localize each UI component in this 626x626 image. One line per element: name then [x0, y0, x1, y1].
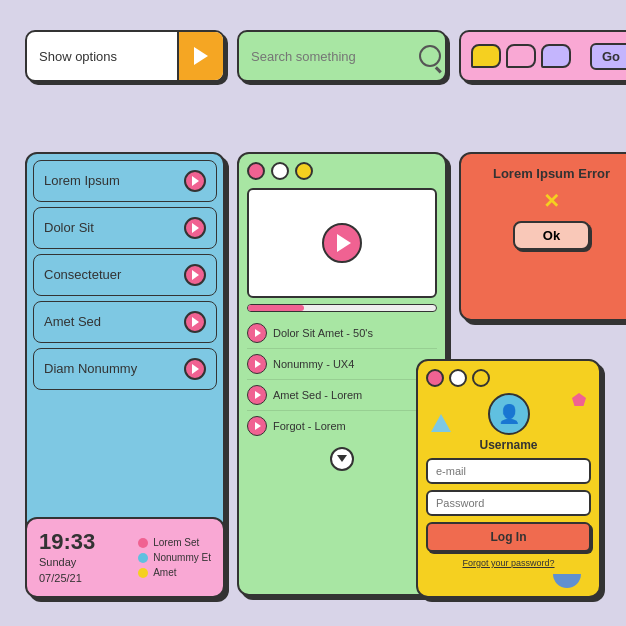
clock-day: Sunday: [39, 555, 95, 570]
menu-item[interactable]: Amet Sed: [33, 301, 217, 343]
legend-item: Nonummy Et: [138, 552, 211, 563]
menu-item[interactable]: Lorem Ipsum: [33, 160, 217, 202]
legend-item: Amet: [138, 567, 211, 578]
menu-item-label: Dolor Sit: [44, 220, 94, 235]
legend-dot: [138, 538, 148, 548]
clock-widget: 19:33 Sunday 07/25/21 Lorem Set Nonummy …: [25, 517, 225, 598]
playlist-item-label: Forgot - Lorem: [273, 420, 346, 432]
error-title: Lorem Ipsum Error: [493, 166, 610, 181]
playlist-item[interactable]: Amet Sed - Lorem: [247, 380, 437, 411]
maximize-button[interactable]: [295, 162, 313, 180]
maximize-button[interactable]: [472, 369, 490, 387]
show-options-button[interactable]: [177, 32, 223, 80]
playlist-item[interactable]: Forgot - Lorem: [247, 411, 437, 441]
video-titlebar: [247, 162, 437, 180]
chat-bubble-lavender: [541, 44, 571, 68]
search-icon: [419, 45, 441, 67]
go-button[interactable]: Go: [590, 43, 626, 70]
chat-bubble-yellow: [471, 44, 501, 68]
password-input[interactable]: [426, 490, 591, 516]
video-progress-bar[interactable]: [247, 304, 437, 312]
playlist-item[interactable]: Dolor Sit Amet - 50's: [247, 318, 437, 349]
playlist-play-icon: [247, 354, 267, 374]
playlist-play-icon: [247, 323, 267, 343]
legend-label: Amet: [153, 567, 176, 578]
video-player[interactable]: [247, 188, 437, 298]
ok-button[interactable]: Ok: [513, 221, 590, 250]
menu-item[interactable]: Dolor Sit: [33, 207, 217, 249]
menu-item[interactable]: Consectetuer: [33, 254, 217, 296]
search-input[interactable]: [251, 49, 419, 64]
menu-item-label: Diam Nonummy: [44, 361, 137, 376]
username-label: Username: [479, 438, 537, 452]
close-button[interactable]: [426, 369, 444, 387]
error-widget: Lorem Ipsum Error ✕ Ok: [459, 152, 626, 322]
playlist-play-icon: [247, 416, 267, 436]
avatar: 👤: [488, 393, 530, 435]
clock-date: 07/25/21: [39, 571, 95, 586]
show-options-label: Show options: [27, 49, 177, 64]
clock-legend: Lorem Set Nonummy Et Amet: [138, 537, 211, 578]
legend-dot: [138, 553, 148, 563]
video-playlist: Dolor Sit Amet - 50's Nonummy - UX4 Amet…: [247, 318, 437, 441]
menu-item-label: Lorem Ipsum: [44, 173, 120, 188]
menu-item-label: Amet Sed: [44, 314, 101, 329]
menu-arrow-icon: [184, 217, 206, 239]
legend-dot: [138, 568, 148, 578]
chat-bubble-pink: [506, 44, 536, 68]
close-button[interactable]: [247, 162, 265, 180]
login-button[interactable]: Log In: [426, 522, 591, 552]
minimize-button[interactable]: [449, 369, 467, 387]
menu-item[interactable]: Diam Nonummy: [33, 348, 217, 390]
play-icon: [337, 234, 351, 252]
chat-widget: Go: [459, 30, 626, 82]
legend-label: Lorem Set: [153, 537, 199, 548]
playlist-item[interactable]: Nonummy - UX4: [247, 349, 437, 380]
user-icon: 👤: [498, 403, 520, 425]
minimize-button[interactable]: [271, 162, 289, 180]
menu-item-label: Consectetuer: [44, 267, 121, 282]
search-widget: [237, 30, 447, 82]
video-progress-fill: [248, 305, 304, 311]
login-titlebar: [426, 369, 490, 387]
clock-time: 19:33: [39, 529, 95, 555]
email-input[interactable]: [426, 458, 591, 484]
pentagon-shape: [572, 393, 586, 406]
menu-arrow-icon: [184, 170, 206, 192]
legend-item: Lorem Set: [138, 537, 211, 548]
playlist-play-icon: [247, 385, 267, 405]
legend-label: Nonummy Et: [153, 552, 211, 563]
menu-arrow-icon: [184, 311, 206, 333]
play-icon: [194, 47, 208, 65]
triangle-shape: [431, 414, 451, 432]
expand-playlist-button[interactable]: [330, 447, 354, 471]
login-widget: 👤 Username Log In Forgot your password?: [416, 359, 601, 598]
playlist-item-label: Dolor Sit Amet - 50's: [273, 327, 373, 339]
error-icon: ✕: [543, 189, 560, 213]
forgot-password-link[interactable]: Forgot your password?: [462, 558, 554, 568]
login-avatar-area: 👤 Username: [426, 393, 591, 452]
menu-arrow-icon: [184, 264, 206, 286]
menu-arrow-icon: [184, 358, 206, 380]
show-options-widget: Show options: [25, 30, 225, 82]
playlist-item-label: Nonummy - UX4: [273, 358, 354, 370]
half-circle-shape: [553, 574, 581, 588]
playlist-item-label: Amet Sed - Lorem: [273, 389, 362, 401]
video-play-button[interactable]: [322, 223, 362, 263]
